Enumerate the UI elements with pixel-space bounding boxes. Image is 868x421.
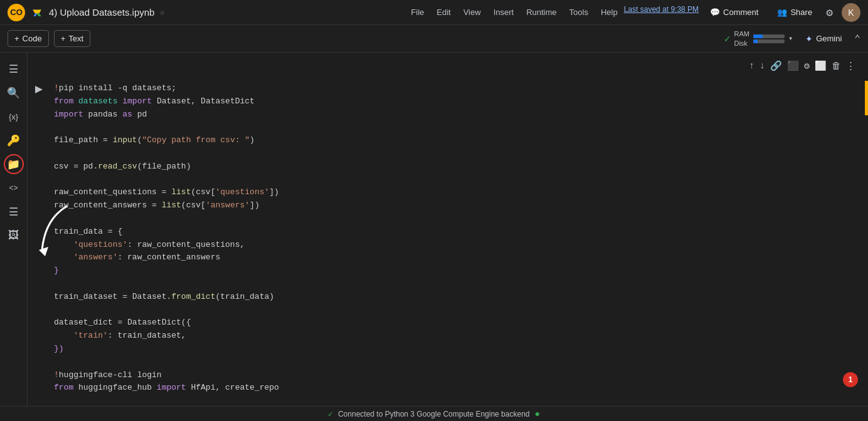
code-label: Code bbox=[23, 34, 42, 43]
more-options-icon[interactable]: ⋮ bbox=[846, 60, 855, 72]
menu-tools[interactable]: Tools bbox=[563, 5, 595, 19]
notebook-title: 4) Upload Datasets.ipynb bbox=[49, 7, 154, 18]
code-line-4 bbox=[54, 121, 857, 134]
ram-dropdown-arrow[interactable]: ▾ bbox=[788, 34, 793, 43]
code-line-1: !pip install -q datasets; bbox=[54, 82, 857, 95]
code-line-25 bbox=[54, 395, 857, 406]
menu-view[interactable]: View bbox=[457, 5, 487, 19]
text-label: Text bbox=[68, 34, 83, 43]
sidebar-icon-menu[interactable]: ☰ bbox=[4, 59, 24, 79]
move-down-icon[interactable]: ↓ bbox=[760, 61, 765, 71]
code-line-23: !huggingface-cli login bbox=[54, 369, 857, 382]
comment-icon: 💬 bbox=[710, 8, 720, 17]
menu-file[interactable]: File bbox=[405, 5, 430, 19]
colab-logo: CO bbox=[8, 4, 25, 21]
drive-icon bbox=[31, 7, 43, 18]
code-line-3: import pandas as pd bbox=[54, 108, 857, 122]
share-icon: 👥 bbox=[777, 8, 787, 17]
star-icon[interactable]: ☆ bbox=[159, 7, 164, 18]
top-menu: File Edit View Insert Runtime Tools Help… bbox=[405, 5, 699, 19]
code-block-icon[interactable]: ⬛ bbox=[787, 60, 799, 72]
code-content: !pip install -q datasets; from datasets … bbox=[48, 77, 863, 406]
sidebar-icon-search[interactable]: 🔍 bbox=[4, 83, 24, 103]
comment-button[interactable]: 💬 Comment bbox=[705, 5, 763, 19]
notification-badge[interactable]: 1 bbox=[843, 372, 858, 387]
ram-bar-container bbox=[753, 34, 785, 43]
toolbar: + Code + Text ✓ RAM Disk ▾ ✦ Gemini bbox=[0, 25, 868, 53]
sidebar-icon-variables[interactable]: {x} bbox=[4, 107, 24, 127]
top-right-actions: 💬 Comment 👥 Share ⚙ K bbox=[705, 3, 860, 22]
cell-area[interactable]: ↑ ↓ 🔗 ⬛ ⚙ ⬜ 🗑 ⋮ bbox=[28, 53, 868, 406]
title-area: 4) Upload Datasets.ipynb ☆ bbox=[49, 7, 392, 18]
code-line-17: train_dataset = Dataset.from_dict(train_… bbox=[54, 291, 857, 304]
move-up-icon[interactable]: ↑ bbox=[749, 61, 754, 71]
status-text: Connected to Python 3 Google Compute Eng… bbox=[338, 410, 530, 418]
fullscreen-icon[interactable]: ⬜ bbox=[815, 60, 827, 72]
status-bar: ✓ Connected to Python 3 Google Compute E… bbox=[0, 406, 868, 421]
collapse-button[interactable]: ⌃ bbox=[854, 33, 860, 45]
settings-icon[interactable]: ⚙ bbox=[826, 6, 833, 19]
add-text-button[interactable]: + Text bbox=[54, 30, 90, 47]
code-line-5: file_path = input("Copy path from csv: "… bbox=[54, 134, 857, 147]
code-line-12: train_data = { bbox=[54, 226, 857, 239]
last-saved[interactable]: Last saved at 9:38 PM bbox=[624, 5, 699, 19]
ram-bar bbox=[753, 34, 785, 38]
code-line-15: } bbox=[54, 264, 857, 278]
code-line-14: 'answers': raw_content_answers bbox=[54, 251, 857, 264]
code-line-11 bbox=[54, 212, 857, 226]
plus-code-icon: + bbox=[14, 34, 19, 43]
ram-bar-fill bbox=[753, 34, 763, 38]
ram-disk-label: RAM Disk bbox=[734, 29, 749, 48]
code-line-10: raw_content_answers = list(csv['answers'… bbox=[54, 199, 857, 212]
code-line-8 bbox=[54, 174, 857, 187]
gemini-icon: ✦ bbox=[805, 34, 813, 44]
code-line-9: raw_content_questions = list(csv['questi… bbox=[54, 186, 857, 199]
gemini-button[interactable]: ✦ Gemini bbox=[799, 31, 848, 47]
plus-text-icon: + bbox=[61, 34, 66, 43]
svg-marker-0 bbox=[39, 247, 48, 256]
left-sidebar: ☰ 🔍 {x} 🔑 📁 <> ☰ 🖼 bbox=[0, 53, 28, 406]
menu-runtime[interactable]: Runtime bbox=[520, 5, 563, 19]
top-bar: CO 4) Upload Datasets.ipynb ☆ File Edit … bbox=[0, 0, 868, 25]
code-line-16 bbox=[54, 278, 857, 291]
toolbar-right: ✓ RAM Disk ▾ ✦ Gemini ⌃ bbox=[724, 29, 860, 48]
code-line-22 bbox=[54, 356, 857, 369]
scroll-marker bbox=[865, 81, 868, 115]
code-cell: !pip install -q datasets; from datasets … bbox=[28, 75, 868, 406]
code-line-20: 'train': train_dataset, bbox=[54, 330, 857, 343]
add-code-button[interactable]: + Code bbox=[8, 30, 49, 47]
main-area: ☰ 🔍 {x} 🔑 📁 <> ☰ 🖼 ↑ ↓ 🔗 ⬛ ⚙ ⬜ 🗑 ⋮ bbox=[0, 53, 868, 406]
sidebar-icon-files[interactable]: 📁 bbox=[4, 154, 24, 174]
status-check-icon: ✓ bbox=[328, 409, 333, 419]
disk-bar-fill bbox=[753, 39, 758, 43]
check-icon: ✓ bbox=[724, 33, 731, 45]
play-icon bbox=[35, 86, 43, 93]
menu-help[interactable]: Help bbox=[595, 5, 624, 19]
share-label: Share bbox=[790, 8, 812, 17]
status-dot: ● bbox=[534, 409, 539, 419]
menu-edit[interactable]: Edit bbox=[430, 5, 457, 19]
code-line-21: }) bbox=[54, 343, 857, 356]
avatar[interactable]: K bbox=[842, 3, 860, 22]
sidebar-icon-code[interactable]: <> bbox=[4, 178, 24, 198]
code-line-7: csv = pd.read_csv(file_path) bbox=[54, 160, 857, 174]
delete-cell-icon[interactable]: 🗑 bbox=[832, 61, 841, 72]
code-line-24: from huggingface_hub import HfApi, creat… bbox=[54, 382, 857, 395]
menu-insert[interactable]: Insert bbox=[487, 5, 521, 19]
disk-bar bbox=[753, 39, 785, 43]
code-line-6 bbox=[54, 147, 857, 160]
code-line-2: from datasets import Dataset, DatasetDic… bbox=[54, 95, 857, 108]
code-line-13: 'questions': raw_content_questions, bbox=[54, 239, 857, 252]
code-line-18 bbox=[54, 304, 857, 317]
sidebar-icon-terminal[interactable]: ☰ bbox=[4, 202, 24, 222]
link-icon[interactable]: 🔗 bbox=[770, 60, 782, 72]
comment-label: Comment bbox=[723, 8, 758, 17]
ram-disk-indicator: ✓ RAM Disk ▾ bbox=[724, 29, 793, 48]
sidebar-icon-secrets[interactable]: 🔑 bbox=[4, 130, 24, 150]
settings-cell-icon[interactable]: ⚙ bbox=[804, 60, 810, 72]
run-button[interactable] bbox=[30, 81, 48, 98]
sidebar-icon-image[interactable]: 🖼 bbox=[4, 226, 24, 246]
share-button[interactable]: 👥 Share bbox=[772, 5, 817, 19]
cell-toolbar: ↑ ↓ 🔗 ⬛ ⚙ ⬜ 🗑 ⋮ bbox=[28, 59, 868, 72]
code-line-19: dataset_dict = DatasetDict({ bbox=[54, 316, 857, 330]
